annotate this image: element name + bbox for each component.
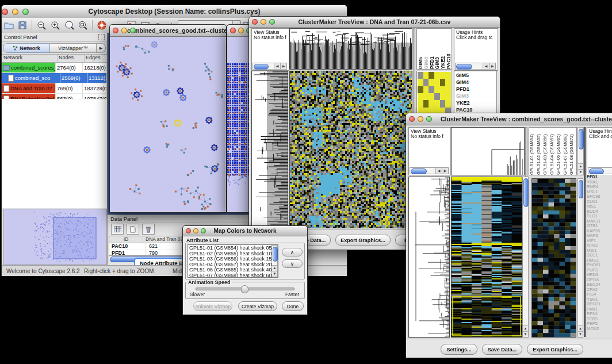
matrix-cell[interactable] xyxy=(434,93,440,100)
view-status-hscrollbar[interactable]: ◀ ▶ xyxy=(253,63,287,70)
open-file-icon[interactable] xyxy=(3,20,14,31)
scroll-down-icon[interactable]: ▼ xyxy=(272,271,277,277)
attribute-list-item[interactable]: GPL51-07 (GSM868) heat shock 60 min xyxy=(188,273,278,278)
scrollbar-thumb[interactable] xyxy=(273,247,278,262)
minimize-icon[interactable] xyxy=(261,19,266,25)
close-icon[interactable] xyxy=(230,28,236,33)
matrix-cell[interactable] xyxy=(429,100,434,107)
matrix-cell[interactable] xyxy=(429,93,434,100)
network-canvas[interactable] xyxy=(110,37,225,212)
zoom-in-icon[interactable] xyxy=(49,20,61,31)
animate-vizmap-button[interactable]: Animate Vizmap xyxy=(193,301,232,311)
heatmap-vscrollbar[interactable]: ▲ ▼ xyxy=(522,177,529,338)
scrollbar-thumb[interactable] xyxy=(254,64,269,70)
animation-speed-slider[interactable] xyxy=(196,288,294,290)
heatmap-canvas[interactable] xyxy=(452,177,522,337)
save-icon[interactable] xyxy=(17,20,28,31)
matrix-cell[interactable] xyxy=(434,79,440,86)
matrix-cell[interactable] xyxy=(418,79,423,86)
scroll-left-icon[interactable]: ◀ xyxy=(274,63,280,69)
matrix-cell[interactable] xyxy=(423,72,429,79)
minimize-icon[interactable] xyxy=(121,28,127,33)
tab-vizmapper[interactable]: VizMapper™ xyxy=(50,43,97,53)
matrix-cell[interactable] xyxy=(429,79,434,86)
float-panel-icon[interactable] xyxy=(98,34,105,40)
scroll-right-icon[interactable]: ▶ xyxy=(442,168,448,174)
usage-hints-hscrollbar[interactable]: ◀ ▶ xyxy=(588,167,612,174)
scroll-down-icon[interactable]: ▼ xyxy=(578,331,583,337)
save-data-button[interactable]: Save Data... xyxy=(482,344,522,355)
settings-button[interactable]: Settings... xyxy=(441,344,477,355)
id-column-header[interactable]: ID xyxy=(109,236,143,243)
scrollbar-thumb[interactable] xyxy=(411,168,427,174)
matrix-cell[interactable] xyxy=(445,86,451,93)
scroll-right-icon[interactable]: ▶ xyxy=(489,63,495,69)
column-dendrogram-canvas[interactable] xyxy=(290,29,412,69)
scrollbar-thumb[interactable] xyxy=(523,178,529,207)
scrollbar-thumb[interactable] xyxy=(579,180,583,198)
move-up-button[interactable]: ∧ xyxy=(282,248,303,256)
network-canvas-2[interactable] xyxy=(227,37,249,212)
treeview-combined-titlebar[interactable]: ClusterMaker TreeView : combined_scores_… xyxy=(406,113,612,125)
dialog-titlebar[interactable]: Map Colors to Network xyxy=(183,226,307,236)
export-graphics-button[interactable]: Export Graphics... xyxy=(527,344,583,355)
scroll-right-icon[interactable]: ▶ xyxy=(280,63,286,69)
tab-overflow-button[interactable]: ▶ xyxy=(97,43,106,53)
export-graphics-button[interactable]: Export Graphics... xyxy=(335,235,391,246)
zoom-selected-icon[interactable] xyxy=(63,20,75,31)
scrollbar-thumb[interactable] xyxy=(456,64,472,70)
matrix-cell[interactable] xyxy=(418,86,423,93)
scroll-down-icon[interactable]: ▼ xyxy=(523,331,528,337)
column-dendrogram-canvas[interactable] xyxy=(452,128,524,175)
birdseye-view-canvas[interactable] xyxy=(4,209,105,263)
new-attribute-icon[interactable] xyxy=(127,224,139,235)
zoom-window-icon[interactable] xyxy=(426,116,432,122)
minimize-icon[interactable] xyxy=(418,116,423,122)
close-icon[interactable] xyxy=(113,28,118,33)
matrix-cell[interactable] xyxy=(423,93,429,100)
close-icon[interactable] xyxy=(186,228,191,233)
column-header-nodes[interactable]: Nodes xyxy=(58,55,85,62)
network-list-row[interactable]: combined_sco2569(6)13112(15) xyxy=(2,73,107,83)
matrix-cell[interactable] xyxy=(445,72,451,79)
correlation-matrix[interactable] xyxy=(418,72,451,114)
row-dendrogram-canvas[interactable] xyxy=(409,177,449,337)
attribute-list-vscrollbar[interactable]: ▲ ▼ xyxy=(271,245,278,277)
select-attributes-icon[interactable] xyxy=(111,224,124,235)
matrix-cell[interactable] xyxy=(440,72,446,79)
matrix-cell[interactable] xyxy=(445,79,451,86)
zoom-heatmap-canvas[interactable] xyxy=(532,179,576,337)
zoom-out-icon[interactable] xyxy=(36,20,47,31)
done-button[interactable]: Done xyxy=(282,301,304,311)
scroll-up-icon[interactable]: ▲ xyxy=(578,325,583,331)
column-labels-vscrollbar[interactable]: ▲ ▼ xyxy=(577,127,584,175)
scroll-down-icon[interactable]: ▼ xyxy=(578,169,583,175)
view-status-hscrollbar[interactable]: ◀ ▶ xyxy=(410,167,449,174)
zoom-fit-icon[interactable] xyxy=(77,20,89,31)
treeview-dna-titlebar[interactable]: ClusterMaker TreeView : DNA and Tran 07-… xyxy=(249,17,500,28)
column-header-edges[interactable]: Edges xyxy=(85,55,107,62)
zoom-window-icon[interactable] xyxy=(22,9,29,15)
matrix-cell[interactable] xyxy=(423,86,429,93)
matrix-cell[interactable] xyxy=(440,86,446,93)
zoom-window-icon[interactable] xyxy=(201,228,206,233)
matrix-cell[interactable] xyxy=(445,93,451,100)
zoom-window-icon[interactable] xyxy=(130,28,136,33)
zoom-vscrollbar[interactable]: ▲ ▼ xyxy=(577,178,583,338)
zoom-window-icon[interactable] xyxy=(269,19,275,25)
network-window-2-titlebar[interactable] xyxy=(227,25,250,37)
matrix-cell[interactable] xyxy=(440,79,446,86)
usage-hints-hscrollbar[interactable]: ◀ ▶ xyxy=(455,63,496,70)
scroll-up-icon[interactable]: ▲ xyxy=(578,163,583,169)
create-vizmap-button[interactable]: Create Vizmap xyxy=(238,301,277,311)
minimize-icon[interactable] xyxy=(193,228,198,233)
close-icon[interactable] xyxy=(409,116,415,122)
scroll-left-icon[interactable]: ◀ xyxy=(483,63,489,69)
matrix-cell[interactable] xyxy=(423,79,429,86)
window-controls[interactable] xyxy=(2,9,29,15)
matrix-cell[interactable] xyxy=(434,100,440,107)
scrollbar-thumb[interactable] xyxy=(579,129,584,150)
minimize-icon[interactable] xyxy=(238,28,244,33)
move-down-button[interactable]: ∨ xyxy=(282,259,303,268)
scrollbar-thumb[interactable] xyxy=(589,168,604,174)
